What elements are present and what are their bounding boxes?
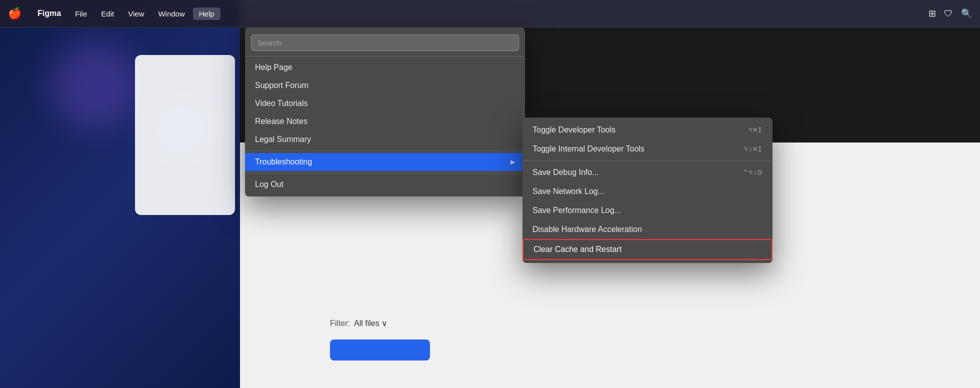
apple-icon: 🍎 — [8, 7, 22, 20]
menu-item-troubleshooting[interactable]: Troubleshooting ▶ — [245, 153, 525, 171]
menubar-window[interactable]: Window — [152, 8, 190, 20]
menubar-search-icon[interactable]: 🔍 — [961, 8, 972, 19]
submenu-item-save-network-log-label: Save Network Log... — [532, 187, 604, 196]
menubar-grid-icon[interactable]: ⊞ — [928, 8, 936, 19]
menu-search-wrapper — [245, 30, 525, 54]
filter-bar: Filter: All files ∨ — [330, 318, 388, 328]
apple-menu[interactable]: 🍎 — [8, 7, 22, 20]
submenu-item-clear-cache-label: Clear Cache and Restart — [534, 245, 622, 254]
menu-item-troubleshooting-label: Troubleshooting — [255, 158, 312, 166]
menu-item-logout[interactable]: Log Out — [245, 176, 525, 194]
menu-item-help-page[interactable]: Help Page — [245, 58, 525, 76]
menubar: 🍎 Figma File Edit View Window Help ⊞ 🛡 🔍 — [0, 0, 980, 28]
submenu-item-disable-hardware-label: Disable Hardware Acceleration — [532, 225, 642, 234]
filter-chevron-icon: ∨ — [382, 318, 388, 328]
submenu-item-toggle-internal-dev-tools[interactable]: Toggle Internal Developer Tools ⌥⇧⌘I — [522, 140, 772, 158]
troubleshooting-submenu: Toggle Developer Tools ⌥⌘I Toggle Intern… — [522, 118, 772, 263]
filter-value-dropdown[interactable]: All files ∨ — [354, 318, 388, 328]
menu-item-troubleshooting-arrow: ▶ — [510, 158, 515, 166]
submenu-item-toggle-dev-tools[interactable]: Toggle Developer Tools ⌥⌘I — [522, 120, 772, 140]
submenu-item-toggle-dev-tools-label: Toggle Developer Tools — [532, 126, 616, 134]
submenu-item-toggle-dev-tools-shortcut: ⌥⌘I — [748, 126, 762, 134]
menu-item-help-page-label: Help Page — [255, 63, 292, 72]
menubar-file[interactable]: File — [69, 8, 93, 20]
submenu-divider-1 — [522, 160, 772, 161]
submenu-item-save-performance-log-label: Save Performance Log... — [532, 206, 621, 215]
help-dropdown-menu: Help Page Support Forum Video Tutorials … — [245, 28, 525, 196]
filter-label: Filter: — [330, 319, 350, 328]
menu-item-legal-summary[interactable]: Legal Summary — [245, 130, 525, 148]
menu-divider-mid — [245, 150, 525, 151]
menu-item-release-notes[interactable]: Release Notes — [245, 112, 525, 130]
submenu-item-disable-hardware[interactable]: Disable Hardware Acceleration — [522, 220, 772, 239]
submenu-item-toggle-internal-dev-tools-shortcut: ⌥⇧⌘I — [744, 145, 762, 153]
menubar-shield-icon[interactable]: 🛡 — [944, 8, 953, 19]
menubar-right-icons: ⊞ 🛡 🔍 — [928, 8, 972, 19]
submenu-item-save-debug[interactable]: Save Debug Info... ^⌥⇧D — [522, 163, 772, 182]
blue-action-button[interactable] — [330, 340, 430, 360]
menu-item-legal-summary-label: Legal Summary — [255, 135, 311, 144]
submenu-item-clear-cache[interactable]: Clear Cache and Restart — [522, 239, 772, 260]
menu-divider-top — [245, 56, 525, 56]
menu-item-video-tutorials-label: Video Tutorials — [255, 99, 308, 108]
bg-blob-1 — [50, 40, 140, 130]
menu-divider-bottom — [245, 173, 525, 174]
submenu-item-save-network-log[interactable]: Save Network Log... — [522, 182, 772, 201]
menu-search-input[interactable] — [251, 34, 519, 51]
filter-value-text: All files — [354, 319, 380, 328]
submenu-item-save-debug-shortcut: ^⌥⇧D — [744, 168, 762, 176]
menubar-edit[interactable]: Edit — [95, 8, 120, 20]
menu-item-release-notes-label: Release Notes — [255, 117, 308, 126]
menu-item-video-tutorials[interactable]: Video Tutorials — [245, 94, 525, 112]
menu-item-support-forum[interactable]: Support Forum — [245, 76, 525, 94]
menubar-view[interactable]: View — [122, 8, 150, 20]
submenu-item-toggle-internal-dev-tools-label: Toggle Internal Developer Tools — [532, 144, 644, 154]
menubar-figma[interactable]: Figma — [32, 7, 67, 20]
submenu-item-save-debug-label: Save Debug Info... — [532, 168, 599, 177]
submenu-item-save-performance-log[interactable]: Save Performance Log... — [522, 201, 772, 220]
menu-item-support-forum-label: Support Forum — [255, 81, 308, 90]
menubar-help[interactable]: Help — [193, 8, 220, 20]
menu-item-logout-label: Log Out — [255, 180, 284, 189]
menubar-items: Figma File Edit View Window Help — [32, 7, 928, 20]
background-card — [135, 55, 235, 215]
